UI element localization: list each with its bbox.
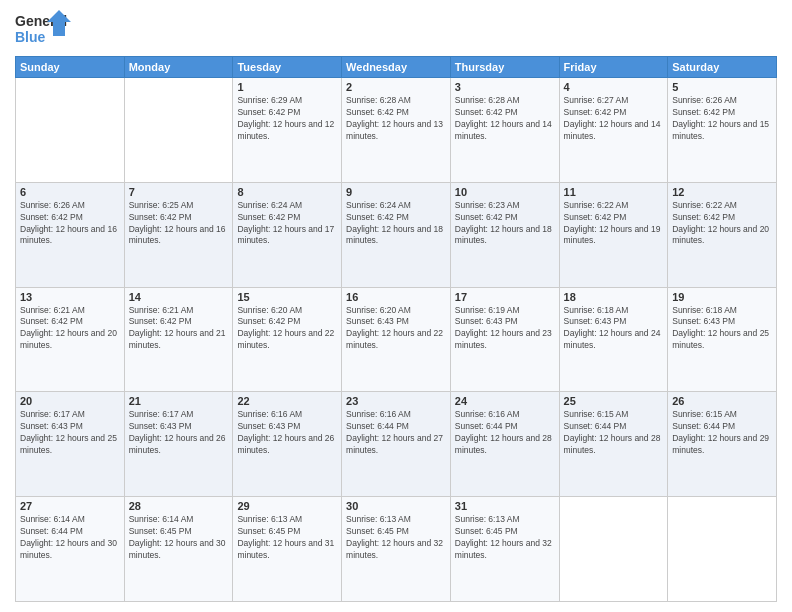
day-number: 20 bbox=[20, 395, 120, 407]
day-detail: Sunrise: 6:23 AM Sunset: 6:42 PM Dayligh… bbox=[455, 200, 555, 248]
day-number: 25 bbox=[564, 395, 664, 407]
day-detail: Sunrise: 6:14 AM Sunset: 6:45 PM Dayligh… bbox=[129, 514, 229, 562]
day-number: 9 bbox=[346, 186, 446, 198]
calendar-cell: 28Sunrise: 6:14 AM Sunset: 6:45 PM Dayli… bbox=[124, 497, 233, 602]
day-detail: Sunrise: 6:26 AM Sunset: 6:42 PM Dayligh… bbox=[20, 200, 120, 248]
day-number: 22 bbox=[237, 395, 337, 407]
weekday-header: Saturday bbox=[668, 57, 777, 78]
calendar-header-row: SundayMondayTuesdayWednesdayThursdayFrid… bbox=[16, 57, 777, 78]
day-detail: Sunrise: 6:22 AM Sunset: 6:42 PM Dayligh… bbox=[672, 200, 772, 248]
day-detail: Sunrise: 6:17 AM Sunset: 6:43 PM Dayligh… bbox=[129, 409, 229, 457]
day-detail: Sunrise: 6:21 AM Sunset: 6:42 PM Dayligh… bbox=[20, 305, 120, 353]
header: GeneralBlue bbox=[15, 10, 777, 50]
day-detail: Sunrise: 6:18 AM Sunset: 6:43 PM Dayligh… bbox=[672, 305, 772, 353]
day-detail: Sunrise: 6:13 AM Sunset: 6:45 PM Dayligh… bbox=[455, 514, 555, 562]
day-detail: Sunrise: 6:16 AM Sunset: 6:44 PM Dayligh… bbox=[455, 409, 555, 457]
weekday-header: Monday bbox=[124, 57, 233, 78]
weekday-header: Tuesday bbox=[233, 57, 342, 78]
calendar-cell bbox=[559, 497, 668, 602]
day-detail: Sunrise: 6:22 AM Sunset: 6:42 PM Dayligh… bbox=[564, 200, 664, 248]
day-detail: Sunrise: 6:15 AM Sunset: 6:44 PM Dayligh… bbox=[564, 409, 664, 457]
day-detail: Sunrise: 6:25 AM Sunset: 6:42 PM Dayligh… bbox=[129, 200, 229, 248]
day-number: 8 bbox=[237, 186, 337, 198]
day-number: 1 bbox=[237, 81, 337, 93]
weekday-header: Thursday bbox=[450, 57, 559, 78]
calendar-cell: 31Sunrise: 6:13 AM Sunset: 6:45 PM Dayli… bbox=[450, 497, 559, 602]
day-detail: Sunrise: 6:28 AM Sunset: 6:42 PM Dayligh… bbox=[455, 95, 555, 143]
day-detail: Sunrise: 6:14 AM Sunset: 6:44 PM Dayligh… bbox=[20, 514, 120, 562]
calendar-cell: 8Sunrise: 6:24 AM Sunset: 6:42 PM Daylig… bbox=[233, 182, 342, 287]
calendar-cell: 25Sunrise: 6:15 AM Sunset: 6:44 PM Dayli… bbox=[559, 392, 668, 497]
day-number: 6 bbox=[20, 186, 120, 198]
day-detail: Sunrise: 6:21 AM Sunset: 6:42 PM Dayligh… bbox=[129, 305, 229, 353]
calendar-cell bbox=[124, 78, 233, 183]
day-number: 21 bbox=[129, 395, 229, 407]
calendar-cell: 4Sunrise: 6:27 AM Sunset: 6:42 PM Daylig… bbox=[559, 78, 668, 183]
day-number: 11 bbox=[564, 186, 664, 198]
day-detail: Sunrise: 6:28 AM Sunset: 6:42 PM Dayligh… bbox=[346, 95, 446, 143]
day-detail: Sunrise: 6:29 AM Sunset: 6:42 PM Dayligh… bbox=[237, 95, 337, 143]
day-number: 30 bbox=[346, 500, 446, 512]
day-number: 18 bbox=[564, 291, 664, 303]
calendar-cell: 2Sunrise: 6:28 AM Sunset: 6:42 PM Daylig… bbox=[342, 78, 451, 183]
calendar-cell: 23Sunrise: 6:16 AM Sunset: 6:44 PM Dayli… bbox=[342, 392, 451, 497]
calendar-cell: 12Sunrise: 6:22 AM Sunset: 6:42 PM Dayli… bbox=[668, 182, 777, 287]
day-number: 16 bbox=[346, 291, 446, 303]
weekday-header: Wednesday bbox=[342, 57, 451, 78]
calendar-week-row: 20Sunrise: 6:17 AM Sunset: 6:43 PM Dayli… bbox=[16, 392, 777, 497]
day-number: 3 bbox=[455, 81, 555, 93]
calendar-cell bbox=[16, 78, 125, 183]
calendar-cell: 21Sunrise: 6:17 AM Sunset: 6:43 PM Dayli… bbox=[124, 392, 233, 497]
calendar-table: SundayMondayTuesdayWednesdayThursdayFrid… bbox=[15, 56, 777, 602]
calendar-cell: 18Sunrise: 6:18 AM Sunset: 6:43 PM Dayli… bbox=[559, 287, 668, 392]
calendar-cell: 7Sunrise: 6:25 AM Sunset: 6:42 PM Daylig… bbox=[124, 182, 233, 287]
calendar-week-row: 13Sunrise: 6:21 AM Sunset: 6:42 PM Dayli… bbox=[16, 287, 777, 392]
day-detail: Sunrise: 6:17 AM Sunset: 6:43 PM Dayligh… bbox=[20, 409, 120, 457]
calendar-week-row: 6Sunrise: 6:26 AM Sunset: 6:42 PM Daylig… bbox=[16, 182, 777, 287]
day-number: 5 bbox=[672, 81, 772, 93]
day-number: 7 bbox=[129, 186, 229, 198]
weekday-header: Friday bbox=[559, 57, 668, 78]
calendar-cell: 6Sunrise: 6:26 AM Sunset: 6:42 PM Daylig… bbox=[16, 182, 125, 287]
calendar-cell: 11Sunrise: 6:22 AM Sunset: 6:42 PM Dayli… bbox=[559, 182, 668, 287]
calendar-cell: 13Sunrise: 6:21 AM Sunset: 6:42 PM Dayli… bbox=[16, 287, 125, 392]
day-number: 10 bbox=[455, 186, 555, 198]
day-detail: Sunrise: 6:27 AM Sunset: 6:42 PM Dayligh… bbox=[564, 95, 664, 143]
calendar-cell: 22Sunrise: 6:16 AM Sunset: 6:43 PM Dayli… bbox=[233, 392, 342, 497]
logo: GeneralBlue bbox=[15, 10, 75, 50]
page: GeneralBlue SundayMondayTuesdayWednesday… bbox=[0, 0, 792, 612]
calendar-cell: 29Sunrise: 6:13 AM Sunset: 6:45 PM Dayli… bbox=[233, 497, 342, 602]
day-number: 14 bbox=[129, 291, 229, 303]
logo-icon: GeneralBlue bbox=[15, 10, 75, 50]
day-detail: Sunrise: 6:18 AM Sunset: 6:43 PM Dayligh… bbox=[564, 305, 664, 353]
calendar-cell: 24Sunrise: 6:16 AM Sunset: 6:44 PM Dayli… bbox=[450, 392, 559, 497]
day-number: 29 bbox=[237, 500, 337, 512]
day-number: 15 bbox=[237, 291, 337, 303]
calendar-cell: 14Sunrise: 6:21 AM Sunset: 6:42 PM Dayli… bbox=[124, 287, 233, 392]
day-number: 17 bbox=[455, 291, 555, 303]
day-detail: Sunrise: 6:24 AM Sunset: 6:42 PM Dayligh… bbox=[346, 200, 446, 248]
calendar-cell: 20Sunrise: 6:17 AM Sunset: 6:43 PM Dayli… bbox=[16, 392, 125, 497]
day-detail: Sunrise: 6:20 AM Sunset: 6:42 PM Dayligh… bbox=[237, 305, 337, 353]
calendar-cell: 9Sunrise: 6:24 AM Sunset: 6:42 PM Daylig… bbox=[342, 182, 451, 287]
day-number: 19 bbox=[672, 291, 772, 303]
day-number: 31 bbox=[455, 500, 555, 512]
svg-text:Blue: Blue bbox=[15, 29, 46, 45]
calendar-cell: 15Sunrise: 6:20 AM Sunset: 6:42 PM Dayli… bbox=[233, 287, 342, 392]
calendar-cell: 26Sunrise: 6:15 AM Sunset: 6:44 PM Dayli… bbox=[668, 392, 777, 497]
day-detail: Sunrise: 6:20 AM Sunset: 6:43 PM Dayligh… bbox=[346, 305, 446, 353]
calendar-cell: 1Sunrise: 6:29 AM Sunset: 6:42 PM Daylig… bbox=[233, 78, 342, 183]
calendar-week-row: 1Sunrise: 6:29 AM Sunset: 6:42 PM Daylig… bbox=[16, 78, 777, 183]
calendar-cell bbox=[668, 497, 777, 602]
calendar-cell: 16Sunrise: 6:20 AM Sunset: 6:43 PM Dayli… bbox=[342, 287, 451, 392]
day-detail: Sunrise: 6:13 AM Sunset: 6:45 PM Dayligh… bbox=[346, 514, 446, 562]
day-number: 13 bbox=[20, 291, 120, 303]
day-number: 27 bbox=[20, 500, 120, 512]
day-number: 24 bbox=[455, 395, 555, 407]
day-number: 26 bbox=[672, 395, 772, 407]
weekday-header: Sunday bbox=[16, 57, 125, 78]
calendar-cell: 10Sunrise: 6:23 AM Sunset: 6:42 PM Dayli… bbox=[450, 182, 559, 287]
day-number: 12 bbox=[672, 186, 772, 198]
day-detail: Sunrise: 6:13 AM Sunset: 6:45 PM Dayligh… bbox=[237, 514, 337, 562]
calendar-cell: 19Sunrise: 6:18 AM Sunset: 6:43 PM Dayli… bbox=[668, 287, 777, 392]
